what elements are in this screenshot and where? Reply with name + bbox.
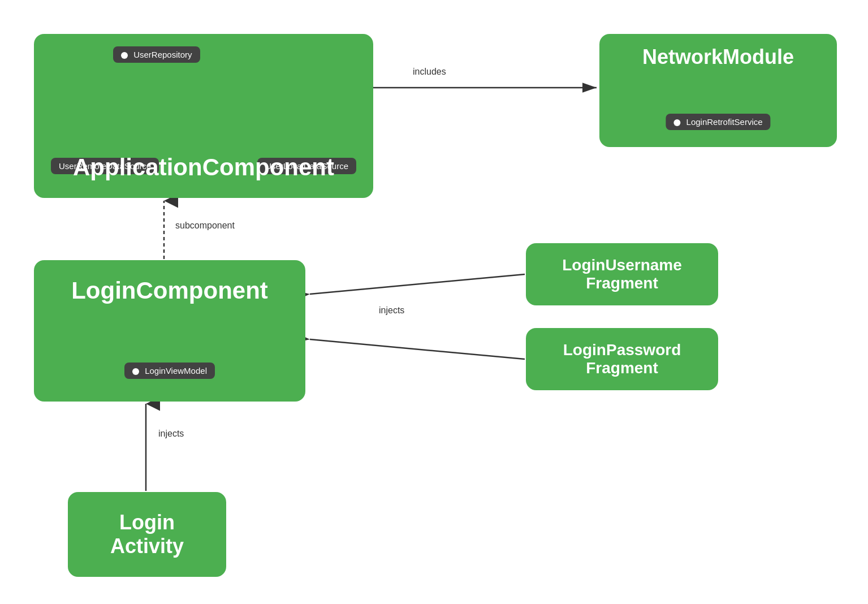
login-username-fragment-label: LoginUsernameFragment: [562, 256, 682, 292]
login-viewmodel-badge: LoginViewModel: [124, 363, 215, 379]
login-retrofit-label: LoginRetrofitService: [686, 117, 763, 127]
svg-line-7: [310, 339, 525, 359]
injects-label: injects: [379, 305, 404, 316]
svg-line-6: [310, 274, 525, 294]
login-password-fragment-box: LoginPasswordFragment: [526, 328, 718, 390]
login-retrofit-badge: LoginRetrofitService: [666, 114, 770, 130]
subcomponent-label: subcomponent: [175, 221, 235, 231]
application-component-label: ApplicationComponent: [34, 154, 373, 181]
login-username-fragment-box: LoginUsernameFragment: [526, 243, 718, 305]
network-module-label: NetworkModule: [599, 45, 837, 69]
login-password-fragment-label: LoginPasswordFragment: [563, 341, 681, 377]
includes-label: includes: [413, 67, 446, 77]
application-component-box: UserRepository UserRemoteDataSource User…: [34, 34, 373, 198]
badge-circle-user-repository: [121, 52, 128, 59]
login-viewmodel-label: LoginViewModel: [145, 366, 207, 376]
badge-circle-login-retrofit: [673, 119, 680, 126]
user-repository-label: UserRepository: [133, 50, 192, 59]
network-module-box: NetworkModule LoginRetrofitService: [599, 34, 837, 147]
badge-circle-login-viewmodel: [132, 368, 139, 375]
login-component-box: LoginComponent LoginViewModel: [34, 260, 305, 402]
user-repository-badge: UserRepository: [113, 46, 200, 63]
injects-bottom-label: injects: [158, 429, 184, 439]
diagram-container: UserRepository UserRemoteDataSource User…: [0, 0, 868, 604]
login-activity-box: LoginActivity: [68, 492, 226, 577]
login-activity-label: LoginActivity: [110, 511, 184, 558]
login-component-label: LoginComponent: [34, 277, 305, 304]
